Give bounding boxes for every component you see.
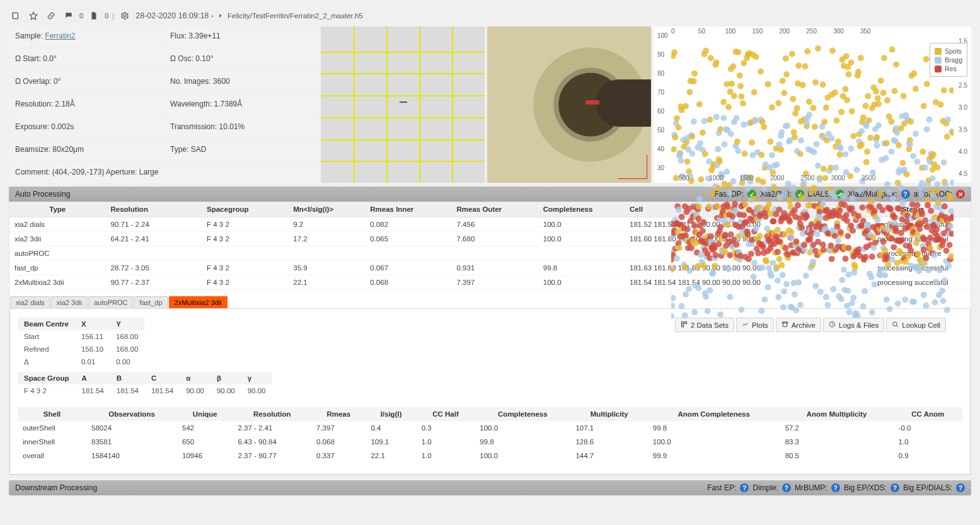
meta-cell: No. Images: 3600	[164, 72, 318, 92]
svg-point-365	[766, 202, 772, 208]
svg-point-917	[914, 231, 920, 238]
book-icon[interactable]	[9, 9, 23, 23]
svg-point-958	[925, 202, 931, 209]
svg-point-823	[889, 235, 895, 241]
svg-point-212	[725, 222, 731, 228]
svg-point-14	[671, 49, 677, 55]
link-icon[interactable]	[44, 9, 58, 23]
chart-icon	[742, 321, 749, 329]
svg-point-6	[671, 303, 675, 309]
comment-count: 0	[79, 12, 83, 20]
svg-point-182	[717, 158, 723, 164]
svg-point-468	[793, 307, 799, 313]
svg-point-362	[765, 81, 771, 88]
svg-point-328	[755, 250, 761, 257]
svg-point-11	[671, 146, 677, 153]
svg-point-169	[712, 252, 718, 258]
action-plots[interactable]: Plots	[736, 318, 774, 332]
svg-point-914	[913, 240, 919, 246]
svg-point-992	[934, 164, 940, 171]
svg-point-918	[914, 159, 920, 165]
svg-point-864	[899, 200, 906, 206]
action-logs-&-files[interactable]: Logs & Files	[823, 318, 884, 332]
action-lookup-cell[interactable]: Lookup Cell	[886, 318, 946, 332]
svg-point-278	[742, 202, 749, 208]
action-2-data-sets[interactable]: 2 Data Sets	[675, 318, 734, 332]
svg-point-515	[806, 99, 812, 105]
sample-link[interactable]: Ferratin2	[45, 32, 75, 40]
spot-chart[interactable]: Spots Bragg Res 304050607080901001.52.02…	[654, 26, 971, 183]
svg-point-289	[745, 231, 751, 238]
svg-point-710	[858, 141, 865, 147]
svg-point-443	[787, 198, 793, 204]
breadcrumb: Felicity/TestFerritin/Ferratin2_2_master…	[228, 12, 363, 20]
tab-xia2-3dii[interactable]: xia2 3dii	[51, 296, 88, 308]
svg-point-462	[792, 291, 798, 297]
tab-2xmultixia2-3dii[interactable]: 2xMultixia2 3dii	[169, 296, 228, 308]
svg-point-681	[850, 295, 856, 301]
svg-point-43	[679, 214, 685, 220]
svg-point-615	[833, 164, 839, 171]
svg-point-205	[722, 232, 729, 238]
svg-point-534	[811, 149, 817, 156]
svg-point-951	[923, 303, 930, 309]
svg-point-875	[903, 259, 909, 265]
svg-point-64	[684, 226, 691, 233]
svg-point-953	[924, 81, 930, 87]
svg-point-197	[720, 99, 727, 105]
svg-point-273	[741, 122, 747, 128]
svg-point-1057	[893, 322, 897, 326]
svg-point-234	[730, 178, 737, 185]
svg-point-981	[931, 252, 937, 258]
svg-point-469	[793, 238, 799, 245]
svg-point-530	[810, 105, 816, 111]
gear-icon[interactable]	[118, 9, 132, 23]
svg-point-346	[760, 244, 766, 250]
svg-point-794	[881, 55, 887, 61]
svg-point-147	[707, 287, 713, 294]
svg-point-452	[789, 51, 795, 57]
action-archive[interactable]: Archive	[776, 318, 821, 332]
tab-autoproc[interactable]: autoPROC	[88, 296, 133, 308]
svg-point-663	[846, 272, 852, 278]
svg-point-891	[907, 141, 913, 147]
svg-point-241	[732, 201, 738, 207]
svg-point-943	[921, 246, 927, 253]
crystal-image[interactable]	[487, 26, 651, 183]
svg-point-585	[824, 302, 831, 308]
svg-point-963	[926, 117, 933, 123]
header-toolbar: 0 0 | 28-02-2020 16:09:18 - Felicity/Tes…	[9, 9, 971, 23]
comment-icon[interactable]	[62, 9, 76, 23]
svg-point-252	[735, 148, 741, 154]
svg-point-1046	[949, 87, 954, 93]
diffraction-image[interactable]	[321, 26, 485, 183]
svg-point-546	[814, 231, 821, 238]
svg-point-764	[873, 88, 879, 95]
svg-point-378	[769, 152, 775, 158]
svg-point-631	[837, 207, 843, 214]
downstream-status-row: Fast EP:? Dimple:? MrBUMP:? Big EP/XDS:?…	[707, 483, 965, 492]
tab-fast_dp[interactable]: fast_dp	[134, 296, 168, 308]
svg-point-1004	[938, 101, 944, 108]
svg-point-363	[765, 284, 771, 291]
svg-point-555	[817, 176, 823, 183]
svg-point-1	[124, 14, 127, 17]
svg-point-558	[817, 289, 824, 295]
svg-point-1017	[941, 159, 947, 166]
svg-point-272	[741, 60, 747, 66]
autoproc-title: Auto Processing	[15, 190, 70, 199]
star-icon[interactable]	[26, 9, 40, 23]
tab-xia2-dials[interactable]: xia2 dials	[10, 296, 50, 308]
svg-point-315	[752, 118, 758, 124]
svg-point-247	[734, 241, 740, 248]
document-icon[interactable]	[87, 9, 101, 23]
svg-point-113	[698, 176, 704, 183]
svg-point-835	[892, 214, 898, 221]
svg-point-878	[904, 171, 910, 178]
svg-point-201	[722, 141, 728, 147]
svg-point-1027	[943, 248, 950, 254]
svg-point-445	[787, 219, 793, 225]
svg-point-146	[707, 117, 713, 123]
svg-point-920	[915, 251, 921, 257]
svg-point-965	[927, 245, 933, 251]
